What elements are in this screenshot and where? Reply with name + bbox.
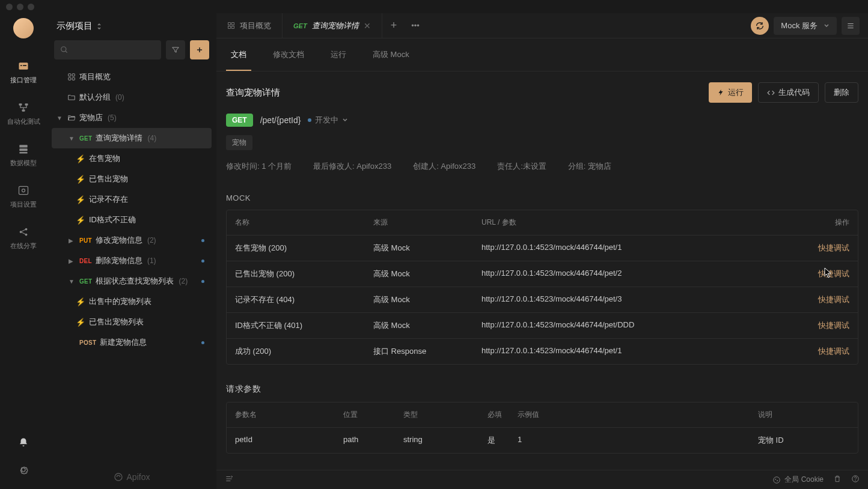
tree-default-group[interactable]: 默认分组 (0) xyxy=(52,87,212,108)
btn-label: 生成代码 xyxy=(778,87,810,98)
quick-debug-button[interactable]: 快捷调试 xyxy=(807,269,849,279)
chevron-right-icon: ▶ xyxy=(69,237,76,244)
maximize-window-icon[interactable] xyxy=(28,4,34,10)
main-area: 项目概览 GET 查询宠物详情 ✕ + ••• Mock 服务 文档 xyxy=(216,13,868,489)
tree-label: 出售中的宠物列表 xyxy=(89,296,151,307)
close-window-icon[interactable] xyxy=(6,4,13,10)
status-selector[interactable]: 开发中 xyxy=(308,115,348,126)
quick-debug-button[interactable]: 快捷调试 xyxy=(807,320,849,331)
bolt-icon: ⚡ xyxy=(76,216,85,225)
gear-icon[interactable] xyxy=(18,464,29,477)
collapse-panel-button[interactable] xyxy=(225,475,233,485)
nav-automation-test[interactable]: 自动化测试 xyxy=(7,102,40,126)
col-header: 参数名 xyxy=(235,410,343,420)
selector-icon xyxy=(96,22,102,31)
status-dot-icon xyxy=(201,280,204,283)
grid-icon xyxy=(227,22,235,29)
project-name: 示例项目 xyxy=(57,20,93,32)
tree-label: 已售出宠物列表 xyxy=(89,317,144,327)
tree-resp-sold-list[interactable]: ⚡ 已售出宠物列表 xyxy=(52,312,212,332)
tab-current-api[interactable]: GET 查询宠物详情 ✕ xyxy=(283,13,382,38)
tree-put-pet[interactable]: ▶ PUT 修改宠物信息 (2) xyxy=(52,230,212,251)
tree-del-pet[interactable]: ▶ DEL 删除宠物信息 (1) xyxy=(52,251,212,271)
environment-selector[interactable]: Mock 服务 xyxy=(774,17,837,35)
filter-icon xyxy=(171,46,180,54)
status-label: 开发中 xyxy=(315,115,338,126)
nav-data-model[interactable]: 数据模型 xyxy=(10,143,37,168)
tree-get-pet-detail[interactable]: ▼ GET 查询宠物详情 (4) xyxy=(52,128,212,148)
settings-panel-icon xyxy=(17,184,29,196)
col-header: 操作 xyxy=(807,217,849,228)
cell-name: 记录不存在 (404) xyxy=(235,294,373,305)
tag-chip[interactable]: 宠物 xyxy=(226,135,252,150)
svg-rect-23 xyxy=(232,26,234,29)
cell-param-desc: 宠物 ID xyxy=(758,435,849,446)
tab-more-button[interactable]: ••• xyxy=(405,21,426,30)
minimize-window-icon[interactable] xyxy=(17,4,23,10)
method-badge: DEL xyxy=(79,258,92,264)
filter-button[interactable] xyxy=(166,40,185,59)
tree-resp-sold[interactable]: ⚡ 已售出宠物 xyxy=(52,169,212,189)
notifications-icon[interactable] xyxy=(18,437,29,450)
global-cookie-button[interactable]: 全局 Cookie xyxy=(772,475,824,485)
tree-resp-invalid-id[interactable]: ⚡ ID格式不正确 xyxy=(52,210,212,230)
tree-count: (1) xyxy=(147,257,156,265)
new-tab-button[interactable]: + xyxy=(382,13,406,38)
tree-panel: 示例项目 项目概览 默认分组 (0) ▼ xyxy=(47,13,216,489)
close-icon[interactable]: ✕ xyxy=(364,21,371,31)
tree-resp-not-found[interactable]: ⚡ 记录不存在 xyxy=(52,189,212,210)
search-icon xyxy=(60,46,69,54)
meta-group: 分组: 宠物店 xyxy=(568,161,611,172)
sync-button[interactable] xyxy=(751,17,769,35)
tree-resp-selling-list[interactable]: ⚡ 出售中的宠物列表 xyxy=(52,291,212,312)
table-row: ID格式不正确 (401) 高级 Mock http://127.0.0.1:4… xyxy=(227,313,858,339)
col-header: 来源 xyxy=(373,217,481,228)
tree-label: 在售宠物 xyxy=(89,153,120,164)
tree-post-pet[interactable]: POST 新建宠物信息 xyxy=(52,332,212,353)
cookie-label: 全局 Cookie xyxy=(784,475,824,485)
tab-overview[interactable]: 项目概览 xyxy=(216,13,283,38)
svg-point-13 xyxy=(25,234,28,236)
tree-get-by-status[interactable]: ▼ GET 根据状态查找宠物列表 (2) xyxy=(52,271,212,291)
quick-debug-button[interactable]: 快捷调试 xyxy=(807,294,849,305)
tree-overview[interactable]: 项目概览 xyxy=(52,67,212,87)
nav-project-settings[interactable]: 项目设置 xyxy=(10,184,37,209)
chevron-down-icon xyxy=(342,117,348,123)
method-badge: POST xyxy=(79,339,96,346)
nav-share[interactable]: 在线分享 xyxy=(10,226,37,251)
database-icon xyxy=(17,143,29,155)
svg-rect-5 xyxy=(22,109,25,111)
project-selector[interactable]: 示例项目 xyxy=(52,13,212,40)
subtab-doc[interactable]: 文档 xyxy=(226,38,251,71)
folder-open-icon xyxy=(67,114,76,122)
panel-icon xyxy=(225,475,233,483)
status-dot-icon xyxy=(308,118,311,122)
cell-param-type: string xyxy=(403,435,487,446)
delete-button[interactable]: 删除 xyxy=(825,82,858,103)
table-row: 记录不存在 (404) 高级 Mock http://127.0.0.1:452… xyxy=(227,287,858,313)
chevron-down-icon: ▼ xyxy=(57,115,64,121)
menu-button[interactable] xyxy=(842,17,860,35)
run-button[interactable]: 运行 xyxy=(709,82,752,103)
nav-api-management[interactable]: 接口管理 xyxy=(10,60,37,85)
bolt-icon: ⚡ xyxy=(76,195,85,204)
help-button[interactable] xyxy=(851,475,860,485)
add-button[interactable] xyxy=(190,40,209,59)
bolt-icon: ⚡ xyxy=(76,154,85,163)
generate-code-button[interactable]: 生成代码 xyxy=(758,82,819,103)
params-table: 参数名 位置 类型 必填 示例值 说明 petId path string 是 … xyxy=(226,402,858,454)
grid-icon xyxy=(67,73,76,81)
trash-button[interactable] xyxy=(833,475,842,485)
search-input[interactable] xyxy=(54,40,161,59)
tree-resp-on-sale[interactable]: ⚡ 在售宠物 xyxy=(52,148,212,169)
quick-debug-button[interactable]: 快捷调试 xyxy=(807,243,849,254)
quick-debug-button[interactable]: 快捷调试 xyxy=(807,346,849,357)
subtab-edit[interactable]: 修改文档 xyxy=(268,38,309,71)
subtab-advanced-mock[interactable]: 高级 Mock xyxy=(368,38,414,71)
subtab-run[interactable]: 运行 xyxy=(326,38,351,71)
table-row: 已售出宠物 (200) 高级 Mock http://127.0.0.1:452… xyxy=(227,261,858,287)
avatar[interactable] xyxy=(13,18,34,38)
cookie-icon xyxy=(772,476,781,484)
bolt-icon xyxy=(717,89,724,96)
tree-petstore-folder[interactable]: ▼ 宠物店 (5) xyxy=(52,108,212,128)
